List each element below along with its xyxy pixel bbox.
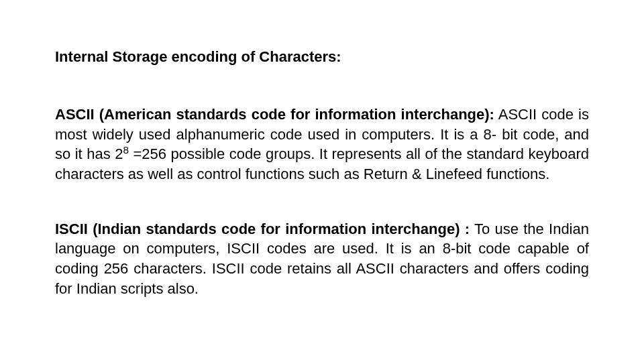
section-heading: Internal Storage encoding of Characters: (55, 48, 589, 66)
term-iscii: ISCII (Indian standards code for informa… (55, 221, 470, 237)
ascii-exponent: 8 (123, 144, 129, 156)
ascii-body-post: =256 possible code groups. It represents… (55, 145, 589, 182)
paragraph-ascii: ASCII (American standards code for infor… (55, 105, 589, 184)
paragraph-iscii: ISCII (Indian standards code for informa… (55, 219, 589, 299)
term-ascii: ASCII (American standards code for infor… (55, 106, 494, 123)
document-page: Internal Storage encoding of Characters:… (0, 0, 644, 299)
